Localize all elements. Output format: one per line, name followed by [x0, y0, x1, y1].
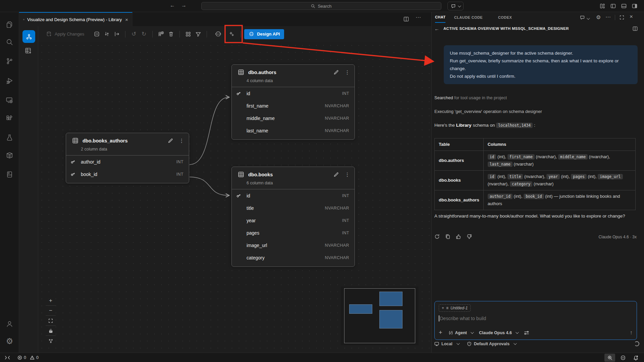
column-row[interactable]: id INT — [232, 189, 355, 202]
compare-changes-icon[interactable] — [102, 29, 112, 39]
chat-input-field[interactable]: Describe what to build — [439, 315, 486, 321]
accounts-icon[interactable] — [0, 316, 19, 332]
tab-visualize-design-schema[interactable]: Visualize and Design Schema (Preview) - … — [19, 12, 132, 26]
undo-icon[interactable]: ↺ — [129, 29, 139, 39]
auto-layout-icon[interactable] — [183, 29, 193, 39]
maximize-panel-icon[interactable] — [620, 15, 624, 20]
minimap[interactable] — [341, 287, 419, 345]
entity-table-books[interactable]: dbo.books ⋮ 6 column data id INT title N… — [231, 167, 355, 267]
copy-icon[interactable] — [445, 234, 450, 239]
chat-settings-gear-icon[interactable]: ⚙ — [596, 14, 601, 20]
context-attachment-chip[interactable]: + ≡ Untitled-1 — [439, 304, 471, 312]
column-row[interactable]: image_url NVARCHAR — [232, 239, 355, 251]
retry-icon[interactable] — [434, 234, 440, 239]
table-definitions-button[interactable] — [24, 47, 32, 55]
schema-canvas[interactable]: dbo.books_authors ⋮ 2 column data author… — [38, 42, 431, 353]
tab-claude-code[interactable]: CLAUDE CODE — [454, 12, 483, 23]
split-editor-icon[interactable] — [404, 16, 409, 22]
redo-icon[interactable]: ↻ — [139, 29, 149, 39]
toggle-primary-sidebar-icon[interactable] — [610, 3, 616, 9]
lock-button[interactable] — [46, 326, 56, 336]
thumbs-down-icon[interactable] — [467, 234, 472, 239]
column-row[interactable]: title NVARCHAR — [232, 202, 355, 214]
notifications-bell-icon[interactable] — [631, 354, 640, 362]
model-dropdown[interactable]: Claude Opus 4.6 — [479, 330, 518, 335]
customize-layout-icon[interactable] — [600, 3, 605, 9]
tools-config-icon[interactable] — [524, 330, 529, 336]
column-row[interactable]: id INT — [232, 87, 355, 100]
forward-arrow-icon[interactable]: → — [181, 2, 186, 8]
containers-icon[interactable] — [0, 147, 19, 163]
close-panel-icon[interactable]: × — [630, 13, 633, 20]
column-row[interactable]: last_name NVARCHAR — [232, 124, 355, 137]
thumbs-up-icon[interactable] — [456, 234, 461, 239]
explorer-icon[interactable] — [0, 16, 19, 33]
add-table-icon[interactable] — [156, 29, 166, 39]
tool-step-searched[interactable]: Searched for tool usage in the project — [434, 95, 507, 100]
send-button[interactable]: ↑ — [630, 329, 633, 336]
copilot-schema-button[interactable] — [210, 29, 226, 39]
mode-dropdown[interactable]: Agent — [448, 330, 473, 335]
chevron-down-icon[interactable] — [587, 16, 589, 21]
extensions-icon[interactable] — [0, 110, 19, 126]
tab-chat[interactable]: CHAT — [435, 12, 445, 23]
zoom-out-button[interactable]: − — [46, 306, 56, 316]
zoom-indicator-icon[interactable] — [604, 354, 615, 362]
sparkle-edit-icon[interactable] — [226, 29, 237, 39]
table-menu-icon[interactable]: ⋮ — [345, 69, 350, 75]
edit-table-icon[interactable] — [333, 172, 339, 177]
tab-codex[interactable]: CODEX — [498, 12, 512, 23]
toggle-panel-icon[interactable] — [621, 3, 627, 9]
problems-indicator[interactable]: 0 0 — [17, 353, 39, 362]
export-script-icon[interactable] — [92, 29, 102, 39]
zoom-in-button[interactable]: + — [46, 296, 56, 306]
fit-view-button[interactable] — [46, 316, 56, 326]
apply-changes-button[interactable]: Apply Changes — [46, 29, 84, 39]
tool-step-executing[interactable]: Executing 'get_overview' operation on sc… — [434, 109, 542, 114]
testing-icon[interactable] — [0, 129, 19, 145]
chat-sessions-icon[interactable] — [580, 15, 585, 20]
column-row[interactable]: book_id INT — [66, 168, 189, 180]
column-row[interactable]: middle_name NVARCHAR — [232, 112, 355, 124]
entity-table-authors[interactable]: dbo.authors ⋮ 4 column data id INT first… — [231, 64, 355, 140]
design-api-button[interactable]: Design API — [244, 29, 284, 39]
diagram-view-button[interactable] — [22, 30, 35, 43]
column-row[interactable]: year INT — [232, 214, 355, 227]
back-arrow-icon[interactable]: ← — [170, 2, 175, 8]
attach-plus-icon[interactable]: + — [439, 329, 442, 336]
remote-indicator[interactable] — [5, 353, 10, 362]
database-projects-icon[interactable] — [0, 166, 19, 182]
entity-column-count: 2 column data — [66, 144, 189, 156]
column-row[interactable]: author_id INT — [66, 156, 189, 168]
back-icon[interactable]: ← — [434, 26, 439, 32]
editor-actions-more-icon[interactable]: ⋯ — [416, 14, 421, 20]
open-in-editor-icon[interactable] — [633, 26, 638, 31]
chat-input-box[interactable]: + ≡ Untitled-1 Describe what to build + … — [434, 301, 637, 340]
column-row[interactable]: category NVARCHAR — [232, 251, 355, 264]
copilot-chat-toggle-button[interactable] — [447, 2, 464, 10]
chevron-down-icon — [516, 330, 519, 334]
toggle-secondary-sidebar-icon[interactable] — [632, 3, 637, 9]
search-icon[interactable] — [0, 34, 19, 50]
open-in-editor-icon[interactable] — [112, 29, 122, 39]
run-and-debug-icon[interactable] — [0, 73, 19, 89]
column-row[interactable]: pages INT — [232, 227, 355, 239]
remote-explorer-icon[interactable] — [0, 92, 19, 108]
edit-table-icon[interactable] — [333, 70, 339, 75]
settings-gear-icon[interactable]: ⚙ — [0, 333, 19, 349]
column-row[interactable]: first_name NVARCHAR — [232, 100, 355, 112]
source-control-icon[interactable] — [0, 53, 19, 69]
approvals-dropdown[interactable]: Default Approvals — [467, 342, 516, 346]
delete-table-icon[interactable] — [166, 29, 176, 39]
copilot-status-icon[interactable] — [619, 354, 627, 362]
reset-layout-button[interactable] — [46, 336, 56, 346]
edit-table-icon[interactable] — [168, 138, 173, 143]
filter-icon[interactable] — [193, 29, 203, 39]
entity-table-books-authors[interactable]: dbo.books_authors ⋮ 2 column data author… — [66, 133, 189, 183]
command-center-search[interactable]: Search — [201, 2, 441, 10]
environment-dropdown[interactable]: Local — [434, 342, 459, 346]
table-menu-icon[interactable]: ⋮ — [179, 138, 184, 144]
close-tab-icon[interactable]: × — [125, 17, 128, 22]
table-menu-icon[interactable]: ⋮ — [345, 172, 350, 178]
chat-more-actions-icon[interactable]: ⋯ — [605, 14, 611, 20]
